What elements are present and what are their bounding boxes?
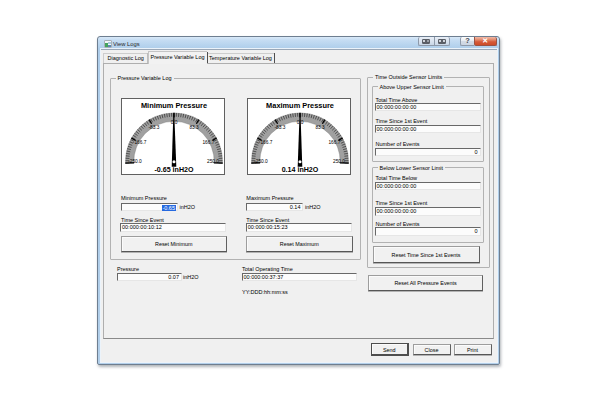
svg-text:-166.7: -166.7 (133, 140, 147, 145)
svg-text:-250.0: -250.0 (128, 159, 142, 164)
svg-text:83.3: 83.3 (315, 125, 325, 130)
svg-text:166.7: 166.7 (202, 140, 214, 145)
svg-text:166.7: 166.7 (328, 140, 340, 145)
svg-text:Maximum Pressure: Maximum Pressure (266, 101, 334, 110)
svg-text:0.14 inH2O: 0.14 inH2O (281, 166, 318, 174)
svg-text:Minimum Pressure: Minimum Pressure (141, 101, 207, 110)
svg-text:-166.7: -166.7 (258, 140, 272, 145)
svg-text:83.3: 83.3 (189, 125, 199, 130)
svg-text:250.0: 250.0 (333, 159, 345, 164)
svg-text:250.0: 250.0 (207, 159, 219, 164)
svg-text:-0.65 inH2O: -0.65 inH2O (154, 166, 194, 174)
svg-text:-83.3: -83.3 (148, 125, 159, 130)
svg-text:-250.0: -250.0 (254, 159, 268, 164)
svg-text:-83.3: -83.3 (274, 125, 285, 130)
